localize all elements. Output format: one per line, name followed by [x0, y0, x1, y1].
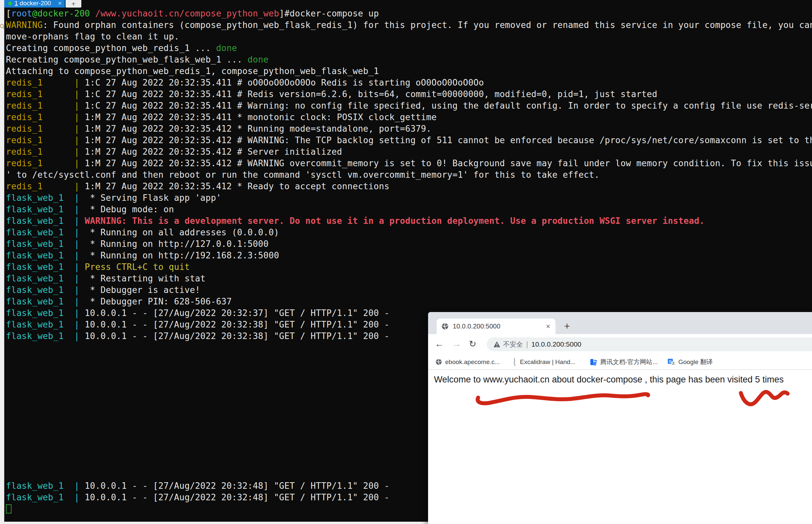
address-separator: |: [526, 340, 528, 348]
address-bar[interactable]: 不安全 | 10.0.0.200:5000: [487, 338, 812, 351]
bookmark-excalidraw[interactable]: Excalidraw | Hand...: [513, 355, 575, 369]
red-underline-stroke: [478, 394, 648, 404]
forward-button[interactable]: →: [452, 339, 461, 349]
browser-toolbar: ← → ↻ 不安全 | 10.0.0.200:5000: [428, 334, 812, 355]
bookmark-ebook[interactable]: ebook.apecome.c...: [435, 355, 500, 369]
terminal-tab-label: 1 docker-200: [15, 0, 55, 7]
red-check-stroke: [741, 392, 787, 404]
sidebar-edge: [0, 0, 4, 524]
globe-icon: [441, 323, 449, 330]
magnifier-icon: [0, 24, 5, 30]
page-welcome-text: Welcome to www.yuchaoit.cn about docker-…: [434, 375, 784, 385]
new-tab-button[interactable]: +: [561, 321, 573, 332]
google-translate-icon: G 文: [668, 358, 675, 366]
bookmarks-bar: ebook.apecome.c... Excalidraw | Hand... …: [428, 355, 812, 369]
browser-tabstrip: 10.0.0.200:5000 × +: [428, 312, 812, 334]
bookmark-tencent-docs[interactable]: 腾讯文档-官方网站...: [590, 355, 657, 369]
session-active-dot-icon: [8, 2, 12, 5]
pin-icon: [513, 358, 517, 366]
terminal-tab-close-icon[interactable]: ×: [58, 0, 62, 7]
bookmark-google-translate[interactable]: G 文 Google 翻译: [668, 355, 713, 369]
tab-close-icon[interactable]: ×: [546, 322, 550, 331]
not-secure-label: 不安全: [503, 340, 523, 349]
reload-button[interactable]: ↻: [469, 339, 476, 349]
page-content: Welcome to www.yuchaoit.cn about docker-…: [428, 370, 812, 524]
globe-icon: [435, 358, 442, 365]
not-secure-warning-icon: [493, 341, 501, 348]
tencent-docs-icon: [590, 358, 597, 366]
screen: [root@docker-200 /www.yuchaoit.cn/compos…: [0, 0, 812, 524]
back-button[interactable]: ←: [435, 339, 444, 349]
browser-window: 10.0.0.200:5000 × + ← → ↻ 不安全 | 10.0.0.2…: [428, 312, 812, 524]
svg-text:文: 文: [672, 361, 675, 365]
terminal-new-tab-button[interactable]: +: [66, 0, 81, 7]
terminal-tab-docker-200[interactable]: 1 docker-200 ×: [4, 0, 65, 7]
terminal-tabbar: 1 docker-200 × +: [0, 0, 812, 7]
taskbar-edge: [0, 522, 429, 524]
url-text: 10.0.0.200:5000: [532, 340, 582, 348]
tab-title: 10.0.0.200:5000: [453, 323, 546, 330]
browser-tab[interactable]: 10.0.0.200:5000 ×: [437, 318, 555, 334]
red-pen-annotations: [428, 370, 812, 524]
